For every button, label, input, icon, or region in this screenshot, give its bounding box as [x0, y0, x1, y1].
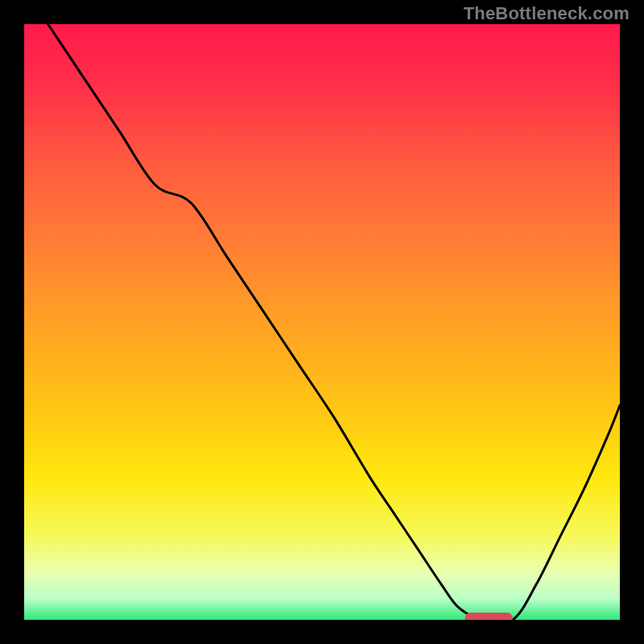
chart-frame: TheBottleneck.com [0, 0, 644, 644]
chart-background [24, 24, 620, 620]
chart-svg [24, 24, 620, 620]
chart-plot-area [24, 24, 620, 620]
watermark-text: TheBottleneck.com [464, 3, 630, 24]
chart-minimum-marker [465, 613, 513, 620]
